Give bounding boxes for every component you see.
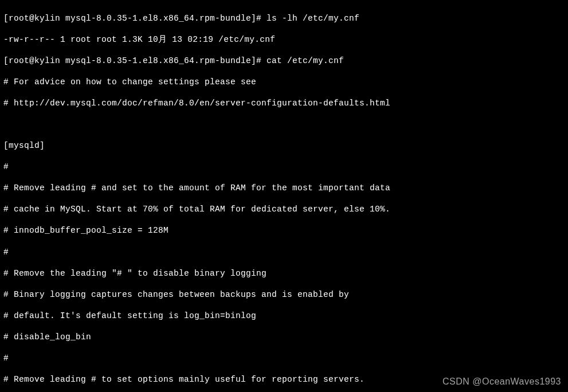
config-line: # — [3, 162, 565, 173]
command-text: cat /etc/my.cnf — [267, 56, 344, 65]
config-line: # For advice on how to change settings p… — [3, 77, 565, 88]
config-line: [mysqld] — [3, 140, 565, 151]
config-line: # — [3, 353, 565, 364]
config-line: # Binary logging captures changes betwee… — [3, 289, 565, 300]
config-line: # — [3, 247, 565, 258]
watermark-text: CSDN @OceanWaves1993 — [442, 376, 561, 387]
shell-prompt: [root@kylin mysql-8.0.35-1.el8.x86_64.rp… — [3, 56, 267, 65]
config-line: # default. It's default setting is log_b… — [3, 311, 565, 322]
config-line: # Remove leading # and set to the amount… — [3, 183, 565, 194]
shell-prompt: [root@kylin mysql-8.0.35-1.el8.x86_64.rp… — [3, 14, 267, 23]
config-line: # disable_log_bin — [3, 332, 565, 343]
command-text: ls -lh /etc/my.cnf — [267, 14, 359, 23]
config-line: # Remove the leading "# " to disable bin… — [3, 268, 565, 279]
config-line — [3, 119, 565, 130]
config-line: # innodb_buffer_pool_size = 128M — [3, 225, 565, 236]
terminal-output[interactable]: [root@kylin mysql-8.0.35-1.el8.x86_64.rp… — [3, 2, 565, 392]
ls-output: -rw-r--r-- 1 root root 1.3K 10月 13 02:19… — [3, 34, 565, 45]
config-line: # http://dev.mysql.com/doc/refman/8.0/en… — [3, 98, 565, 109]
config-line: # cache in MySQL. Start at 70% of total … — [3, 204, 565, 215]
